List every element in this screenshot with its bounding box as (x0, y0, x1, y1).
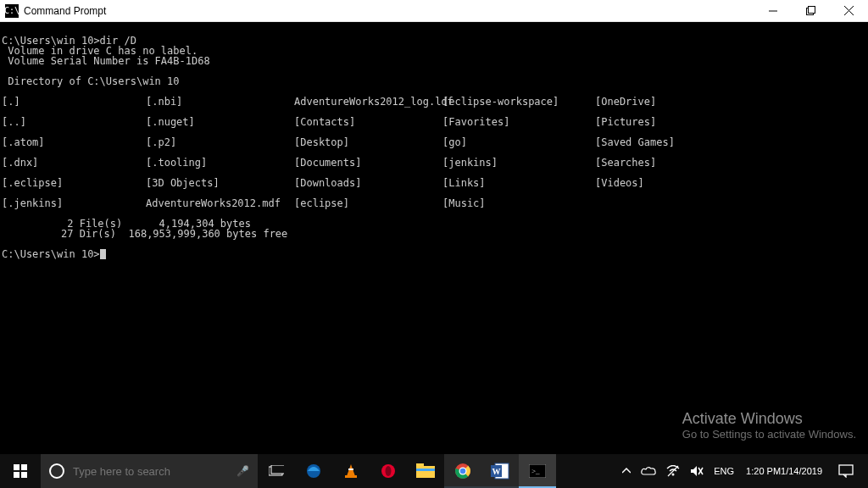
tray-onedrive-icon[interactable] (636, 454, 661, 488)
tray-network-icon[interactable] (661, 454, 685, 488)
svg-point-16 (386, 466, 392, 476)
taskbar-app-cmd[interactable]: >_ (519, 454, 556, 488)
svg-point-24 (460, 469, 466, 474)
summary-dirs: 27 Dir(s) 168,953,999,360 bytes free (2, 228, 287, 240)
mic-icon[interactable]: 🎤 (236, 465, 249, 477)
tray-overflow-button[interactable] (617, 454, 636, 488)
next-prompt: C:\Users\win 10> (2, 248, 106, 260)
tray-date: 1/14/2019 (781, 466, 822, 477)
close-button[interactable] (830, 0, 868, 22)
svg-rect-18 (416, 463, 424, 468)
minimize-button[interactable] (754, 0, 792, 22)
svg-rect-2 (809, 7, 815, 14)
activate-subtitle: Go to Settings to activate Windows. (682, 428, 856, 441)
dir-row: [.atom][.p2][Desktop][go][Saved Games] (2, 137, 866, 147)
task-view-button[interactable] (258, 454, 295, 488)
taskbar-app-opera[interactable] (370, 454, 407, 488)
svg-marker-32 (691, 466, 697, 476)
svg-rect-10 (271, 465, 284, 474)
tray-time: 1:20 PM (746, 466, 781, 477)
dirof-line: Directory of C:\Users\win 10 (2, 75, 180, 87)
search-input[interactable] (73, 465, 236, 478)
console-output[interactable]: C:\Users\win 10>dir /D Volume in drive C… (0, 22, 868, 454)
svg-rect-17 (416, 466, 435, 478)
show-desktop-button[interactable] (863, 454, 868, 488)
activate-title: Activate Windows (682, 410, 856, 428)
taskbar-app-word[interactable]: W (481, 454, 519, 488)
svg-rect-5 (14, 464, 19, 470)
search-box[interactable]: 🎤 (41, 454, 258, 488)
activate-windows-watermark: Activate Windows Go to Settings to activ… (682, 410, 856, 441)
taskbar-app-vlc[interactable] (332, 454, 370, 488)
action-center-button[interactable] (829, 454, 863, 488)
svg-rect-14 (348, 469, 353, 470)
tray-language[interactable]: ENG (709, 454, 739, 488)
taskbar-app-chrome[interactable] (444, 454, 481, 488)
svg-rect-19 (416, 469, 435, 471)
dir-row: [.jenkins]AdventureWorks2012.mdf[eclipse… (2, 198, 866, 208)
system-tray: ENG 1:20 PM 1/14/2019 (617, 454, 868, 488)
cortana-icon (49, 463, 64, 479)
cmd-icon: C:\ (5, 4, 19, 18)
svg-rect-13 (345, 475, 357, 478)
svg-rect-35 (839, 465, 853, 474)
taskbar-app-edge[interactable] (295, 454, 332, 488)
dir-row: [.eclipse][3D Objects][Downloads][Links]… (2, 178, 866, 188)
svg-rect-7 (14, 472, 19, 478)
maximize-button[interactable] (792, 0, 830, 22)
start-button[interactable] (0, 454, 41, 488)
svg-point-30 (672, 474, 675, 476)
cursor (100, 249, 106, 259)
dir-row: [..][.nuget][Contacts][Favorites][Pictur… (2, 117, 866, 127)
dir-row: [.][.nbi]AdventureWorks2012_log.ldf[ecli… (2, 97, 866, 107)
svg-rect-8 (21, 472, 27, 478)
taskbar: 🎤 W >_ ENG 1:20 PM (0, 454, 868, 488)
window-title: Command Prompt (24, 5, 106, 17)
svg-rect-6 (21, 464, 27, 470)
taskbar-app-file-explorer[interactable] (407, 454, 444, 488)
dir-row: [.dnx][.tooling][Documents][jenkins][Sea… (2, 158, 866, 168)
tray-clock[interactable]: 1:20 PM 1/14/2019 (739, 454, 829, 488)
titlebar: C:\ Command Prompt (0, 0, 868, 22)
serial-line: Volume Serial Number is FA4B-1D68 (2, 55, 210, 67)
svg-text:W: W (492, 467, 501, 476)
svg-text:>_: >_ (531, 467, 540, 475)
tray-volume-icon[interactable] (685, 454, 709, 488)
